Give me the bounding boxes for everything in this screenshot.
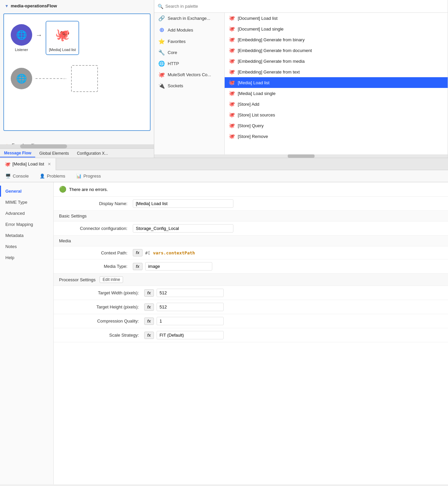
favorites-icon: ⭐ — [158, 38, 165, 45]
flow-node-media-load[interactable]: 🐙 [Media] Load list — [46, 21, 79, 55]
target-width-row: Target Width (pixels): fx — [54, 286, 448, 300]
compression-quality-label: Compression Quality: — [70, 319, 144, 324]
config-nav: General MIME Type Advanced Error Mapping… — [0, 182, 54, 484]
compression-quality-fx-button[interactable]: fx — [144, 318, 154, 325]
http-icon: 🌐 — [158, 60, 165, 67]
console-icon: 🖥️ — [5, 174, 11, 179]
scale-strategy-input[interactable] — [157, 331, 224, 339]
search-input[interactable] — [165, 4, 444, 9]
flow-header: ▼ media-operationsFlow — [5, 3, 57, 8]
display-name-input[interactable] — [133, 199, 233, 208]
flow-node-listener[interactable]: 🌐 Listener — [11, 24, 32, 52]
tab-global-elements[interactable]: Global Elements — [35, 150, 73, 157]
result-icon: 🐙 — [229, 37, 235, 43]
palette-item-sockets[interactable]: 🔌 Sockets — [154, 80, 224, 91]
progress-icon: 📊 — [76, 174, 81, 179]
palette-item-http[interactable]: 🌐 HTTP — [154, 58, 224, 69]
palette-item-add-modules[interactable]: ⊕ Add Modules — [154, 24, 224, 36]
nav-metadata[interactable]: Metadata — [0, 230, 53, 241]
context-path-fx-button[interactable]: fx — [133, 249, 143, 256]
scale-strategy-fx-button[interactable]: fx — [144, 332, 154, 339]
problems-icon: 👤 — [40, 174, 45, 179]
result-store-query[interactable]: 🐙 [Store] Query — [225, 120, 448, 131]
palette-results: 🔗 Search in Exchange... ⊕ Add Modules ⭐ … — [154, 13, 448, 158]
gray-listener-icon: 🌐 — [11, 68, 32, 89]
result-embedding-binary[interactable]: 🐙 [Embedding] Generate from binary — [225, 34, 448, 45]
result-icon: 🐙 — [229, 26, 235, 32]
connector-config-label: Connector configuration: — [59, 226, 133, 231]
media-type-input[interactable] — [145, 262, 212, 271]
palette-right-scrollbar[interactable] — [225, 154, 448, 158]
flow-node-gray[interactable]: 🌐 — [11, 68, 32, 89]
progress-label: Progress — [83, 174, 101, 179]
context-path-var: vars.contextPath — [153, 250, 195, 255]
result-embedding-document[interactable]: 🐙 [Embedding] Generate from document — [225, 45, 448, 56]
mulesoft-vectors-icon: 🐙 — [158, 71, 165, 78]
target-width-fx-button[interactable]: fx — [144, 289, 154, 297]
console-tabs: 🖥️ Console 👤 Problems 📊 Progress — [0, 170, 448, 182]
flow-collapse-icon[interactable]: ▼ — [5, 4, 9, 8]
display-name-row: Display Name: — [54, 197, 448, 211]
tab-configuration-x[interactable]: Configuration X... — [73, 150, 112, 157]
nav-help[interactable]: Help — [0, 252, 53, 263]
config-content: 🟢 There are no errors. Display Name: Bas… — [54, 182, 448, 484]
result-store-remove[interactable]: 🐙 [Store] Remove — [225, 131, 448, 142]
result-icon: 🐙 — [229, 58, 235, 64]
target-width-input[interactable] — [157, 289, 224, 297]
result-icon: 🐙 — [229, 69, 235, 75]
tab-problems[interactable]: 👤 Problems — [34, 170, 71, 182]
flow-second-row: 🌐 ← — [4, 62, 150, 95]
nav-mime-type[interactable]: MIME Type — [0, 197, 53, 208]
nav-advanced[interactable]: Advanced — [0, 208, 53, 219]
connector-config-row: Connector configuration: — [54, 222, 448, 236]
tab-progress[interactable]: 📊 Progress — [71, 170, 106, 182]
palette-item-mulesoft-vectors[interactable]: 🐙 MuleSoft Vectors Co... — [154, 69, 224, 80]
palette-item-core[interactable]: 🔧 Core — [154, 47, 224, 58]
palette-search-bar[interactable]: 🔍 — [154, 0, 448, 13]
palette-item-favorites[interactable]: ⭐ Favorites — [154, 36, 224, 47]
media-type-label: Media Type: — [59, 264, 133, 269]
nav-general[interactable]: General — [0, 186, 53, 197]
dashed-connector: ← — [36, 76, 68, 82]
result-store-list-sources[interactable]: 🐙 [Store] List sources — [225, 109, 448, 120]
nav-notes[interactable]: Notes — [0, 241, 53, 252]
result-icon: 🐙 — [229, 101, 235, 107]
connector-config-input[interactable] — [133, 224, 233, 233]
config-panel: General MIME Type Advanced Error Mapping… — [0, 182, 448, 484]
target-height-input[interactable] — [157, 303, 224, 311]
tab-media-load-list[interactable]: 🐙 [Media] Load list ✕ — [0, 158, 56, 170]
listener-icon: 🌐 — [11, 24, 32, 46]
basic-settings-header: Basic Settings — [54, 211, 448, 222]
tab-message-flow[interactable]: Message Flow — [0, 149, 35, 157]
result-media-load-list[interactable]: 🐙 [Media] Load list — [225, 77, 448, 88]
nav-error-mapping[interactable]: Error Mapping — [0, 219, 53, 230]
core-icon: 🔧 — [158, 49, 165, 56]
media-type-fx-button[interactable]: fx — [133, 263, 143, 270]
flow-nodes: 🌐 Listener → 🐙 [Media] Load list — [4, 14, 150, 62]
tab-octopus-icon: 🐙 — [5, 161, 10, 167]
result-embedding-media[interactable]: 🐙 [Embedding] Generate from media — [225, 56, 448, 66]
compression-quality-input[interactable] — [157, 317, 224, 325]
flow-scrollbar[interactable] — [0, 144, 154, 148]
target-height-row: Target Height (pixels): fx — [54, 300, 448, 314]
exchange-icon: 🔗 — [158, 15, 165, 21]
tab-media-load-label: [Media] Load list — [12, 161, 44, 166]
edit-inline-button[interactable]: Edit inline — [100, 276, 123, 283]
result-icon: 🐙 — [229, 90, 235, 96]
result-store-add[interactable]: 🐙 [Store] Add — [225, 99, 448, 109]
context-path-value: #[ vars.contextPath — [145, 250, 195, 255]
add-modules-icon: ⊕ — [158, 26, 165, 34]
palette-item-exchange[interactable]: 🔗 Search in Exchange... — [154, 13, 224, 24]
result-document-load-single[interactable]: 🐙 [Document] Load single — [225, 23, 448, 34]
flow-name: media-operationsFlow — [11, 3, 57, 8]
tab-close-button[interactable]: ✕ — [48, 162, 51, 166]
scale-strategy-label: Scale Strategy: — [70, 333, 144, 338]
result-document-load-list[interactable]: 🐙 [Document] Load list — [225, 13, 448, 23]
result-icon: 🐙 — [229, 112, 235, 118]
result-embedding-text[interactable]: 🐙 [Embedding] Generate from text — [225, 66, 448, 77]
result-media-load-single[interactable]: 🐙 [Media] Load single — [225, 88, 448, 99]
compression-quality-row: Compression Quality: fx — [54, 314, 448, 328]
tab-console[interactable]: 🖥️ Console — [0, 170, 34, 182]
target-height-fx-button[interactable]: fx — [144, 303, 154, 311]
palette-left-list: 🔗 Search in Exchange... ⊕ Add Modules ⭐ … — [154, 13, 225, 158]
